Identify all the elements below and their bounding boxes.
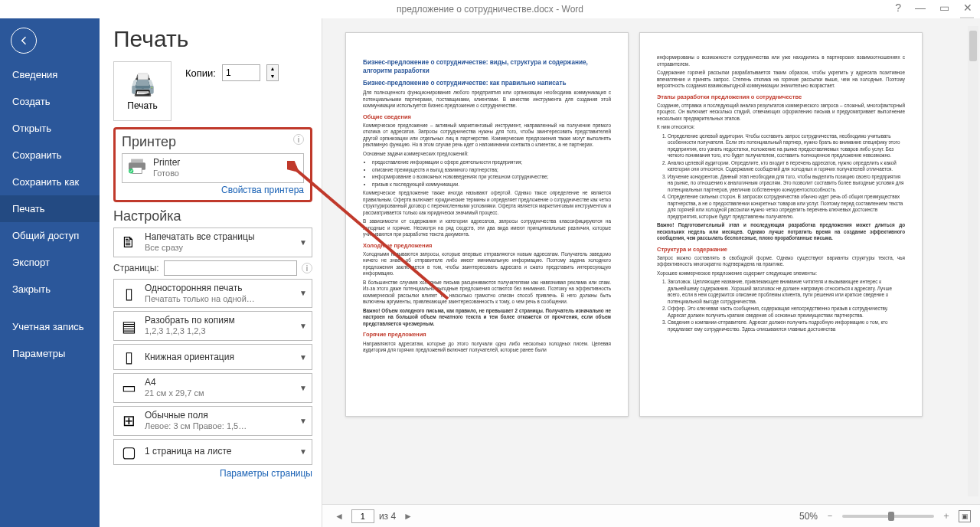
print-range-dropdown[interactable]: 🗎 Напечатать все страницыВсе сразу ▼ <box>113 227 312 257</box>
chevron-down-icon: ▼ <box>299 238 307 247</box>
printer-status: Готово <box>153 169 285 179</box>
nav-options[interactable]: Параметры <box>0 340 100 367</box>
arrow-left-icon <box>18 34 30 47</box>
nav-save-as[interactable]: Сохранить как <box>0 169 100 195</box>
help-icon[interactable]: ? <box>892 2 904 14</box>
nav-save[interactable]: Сохранить <box>0 142 100 169</box>
print-button-label: Печать <box>127 100 157 111</box>
paper-size-dropdown[interactable]: ▭ A421 см x 29,7 см ▼ <box>113 373 312 403</box>
window-title: предложение о сотрудничестве.docx - Word <box>397 4 583 15</box>
page-title: Печать <box>113 26 312 52</box>
printer-section-highlight: Принтер i Printer Готово ▼ Свойства прин… <box>113 127 312 202</box>
prev-page-button[interactable]: ◄ <box>332 511 347 522</box>
close-icon[interactable]: ✕ <box>960 2 975 14</box>
chevron-down-icon: ▼ <box>299 384 307 392</box>
scrollbar[interactable] <box>968 26 978 496</box>
page-size-icon: ▭ <box>119 378 139 397</box>
nav-close[interactable]: Закрыть <box>0 276 100 303</box>
svg-rect-2 <box>132 167 142 173</box>
current-page-input[interactable] <box>351 509 374 523</box>
printer-device-icon <box>127 158 147 178</box>
page-count-label: из 4 <box>379 511 396 522</box>
nav-new[interactable]: Создать <box>0 88 100 115</box>
nav-info[interactable]: Сведения <box>0 61 100 88</box>
copies-spinner[interactable]: ▲▼ <box>266 64 279 81</box>
settings-heading: Настройка <box>113 208 312 224</box>
pages-input[interactable] <box>164 260 297 276</box>
preview-page-2: информированы о возможности сотрудничест… <box>639 32 923 417</box>
printer-heading: Принтер <box>122 134 304 150</box>
backstage-sidebar: Сведения Создать Открыть Сохранить Сохра… <box>0 18 100 527</box>
print-settings-panel: Печать 🖨️ Печать Копии: ▲▼ Принтер i <box>100 18 322 527</box>
portrait-icon: ▯ <box>119 348 139 366</box>
margins-dropdown[interactable]: ⊞ Обычные поляЛевое: 3 см Правое: 1,5… ▼ <box>113 406 312 436</box>
printer-name: Printer <box>153 157 285 169</box>
preview-page-1: Бизнес-предложение о сотрудничестве: вид… <box>345 32 629 417</box>
nav-export[interactable]: Экспорт <box>0 249 100 276</box>
zoom-in-button[interactable]: ＋ <box>939 509 954 522</box>
nav-share[interactable]: Общий доступ <box>0 222 100 249</box>
margins-icon: ⊞ <box>119 411 139 430</box>
collate-dropdown[interactable]: ▤ Разобрать по копиям1,2,3 1,2,3 1,2,3 ▼ <box>113 311 312 341</box>
orientation-dropdown[interactable]: ▯ Книжная ориентация ▼ <box>113 344 312 370</box>
nav-account[interactable]: Учетная запись <box>0 313 100 340</box>
pages-per-sheet-dropdown[interactable]: ▢ 1 страница на листе ▼ <box>113 439 312 465</box>
fit-to-window-button[interactable]: ▣ <box>959 510 971 522</box>
sheet-icon: ▢ <box>119 443 139 461</box>
pages-label: Страницы: <box>113 263 159 273</box>
chevron-down-icon: ▼ <box>299 417 307 425</box>
zoom-out-button[interactable]: － <box>822 509 838 522</box>
printer-icon: 🖨️ <box>129 72 156 97</box>
minimize-icon[interactable]: — <box>912 2 929 14</box>
copies-label: Копии: <box>185 67 216 79</box>
page-setup-link[interactable]: Параметры страницы <box>113 468 312 479</box>
printer-dropdown[interactable]: Printer Готово ▼ <box>122 153 304 183</box>
print-button[interactable]: 🖨️ Печать <box>113 61 172 121</box>
chevron-down-icon: ▼ <box>299 447 307 456</box>
print-preview: Бизнес-предложение о сотрудничестве: вид… <box>322 18 980 527</box>
sides-dropdown[interactable]: ▯ Односторонняя печатьПечатать только на… <box>113 279 312 309</box>
svg-rect-0 <box>131 159 143 162</box>
info-icon[interactable]: i <box>302 263 312 273</box>
nav-print[interactable]: Печать <box>0 195 100 222</box>
back-button[interactable] <box>11 28 37 54</box>
chevron-down-icon: ▼ <box>299 353 307 362</box>
collate-icon: ▤ <box>119 317 139 336</box>
chevron-down-icon: ▼ <box>291 164 299 172</box>
pages-icon: 🗎 <box>119 234 139 251</box>
next-page-button[interactable]: ► <box>400 511 416 522</box>
zoom-slider[interactable] <box>842 515 934 518</box>
preview-footer: ◄ из 4 ► 50% － ＋ ▣ <box>322 504 980 527</box>
copies-input[interactable] <box>222 64 260 81</box>
info-icon[interactable]: i <box>293 134 304 145</box>
printer-properties-link[interactable]: Свойства принтера <box>122 185 304 195</box>
maximize-icon[interactable]: ▭ <box>936 2 952 14</box>
chevron-down-icon: ▼ <box>299 289 307 297</box>
zoom-label: 50% <box>799 511 818 522</box>
page-single-icon: ▯ <box>119 284 139 303</box>
chevron-down-icon: ▼ <box>299 322 307 330</box>
nav-open[interactable]: Открыть <box>0 115 100 142</box>
